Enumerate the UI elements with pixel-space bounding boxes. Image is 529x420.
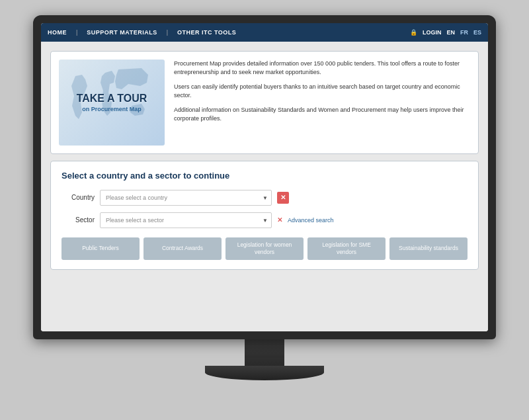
nav-bar: HOME | SUPPORT MATERIALS | OTHER ITC TOO… <box>41 23 488 42</box>
info-p3: Additional information on Sustainability… <box>174 106 470 124</box>
top-card: TAKE A TOUR on Procurement Map Procureme… <box>50 51 479 154</box>
nav-right: 🔒 LOGIN EN FR ES <box>410 29 481 36</box>
country-select[interactable]: Please select a country <box>100 190 272 206</box>
country-row: Country Please select a country ▼ ✕ <box>61 190 468 206</box>
tour-text-sub: on Procurement Map <box>82 106 142 112</box>
nav-left: HOME | SUPPORT MATERIALS | OTHER ITC TOO… <box>48 29 236 36</box>
top-card-text: Procurement Map provides detailed inform… <box>174 60 470 146</box>
bottom-card: Select a country and a sector to continu… <box>50 161 479 270</box>
sector-select[interactable]: Please select a sector <box>100 212 272 228</box>
monitor-stand-neck <box>245 339 284 366</box>
legislation-sme-button[interactable]: Legislation for SME vendors <box>307 237 386 260</box>
tour-text-main: TAKE A TOUR <box>77 92 147 105</box>
nav-support-materials[interactable]: SUPPORT MATERIALS <box>87 29 157 36</box>
country-label: Country <box>61 194 95 201</box>
monitor-bezel: HOME | SUPPORT MATERIALS | OTHER ITC TOO… <box>33 15 496 339</box>
country-select-wrapper: Please select a country ▼ <box>100 190 272 206</box>
section-title: Select a country and a sector to continu… <box>61 171 468 181</box>
nav-lang-es[interactable]: ES <box>473 29 481 36</box>
nav-home[interactable]: HOME <box>48 29 67 36</box>
sector-row: Sector Please select a sector ▼ ✕ Advanc… <box>61 212 468 228</box>
info-p2: Users can easily identify potential buye… <box>174 83 470 101</box>
tour-banner: TAKE A TOUR on Procurement Map <box>59 60 165 146</box>
sector-select-wrapper: Please select a sector ▼ <box>100 212 272 228</box>
nav-lang-en[interactable]: EN <box>446 29 455 36</box>
country-clear-button[interactable]: ✕ <box>277 192 289 204</box>
nav-other-itc-tools[interactable]: OTHER ITC TOOLS <box>177 29 236 36</box>
screen-content: TAKE A TOUR on Procurement Map Procureme… <box>41 42 488 331</box>
legislation-women-button[interactable]: Legislation for women vendors <box>225 237 304 260</box>
nav-lang-fr[interactable]: FR <box>460 29 468 36</box>
public-tenders-button[interactable]: Public Tenders <box>61 237 140 260</box>
contract-awards-button[interactable]: Contract Awards <box>143 237 222 260</box>
nav-sep-2: | <box>167 29 168 36</box>
sector-clear-icon: ✕ <box>277 216 282 224</box>
monitor-screen: HOME | SUPPORT MATERIALS | OTHER ITC TOO… <box>41 23 488 331</box>
monitor: HOME | SUPPORT MATERIALS | OTHER ITC TOO… <box>26 15 503 405</box>
lock-icon: 🔒 <box>410 29 417 36</box>
nav-login[interactable]: LOGIN <box>423 29 442 36</box>
sector-label: Sector <box>61 216 95 224</box>
sustainability-button[interactable]: Sustainability standards <box>389 237 468 260</box>
nav-sep-1: | <box>76 29 77 36</box>
advanced-search-link[interactable]: Advanced search <box>288 217 334 224</box>
monitor-stand-base <box>205 366 324 380</box>
action-buttons: Public Tenders Contract Awards Legislati… <box>61 237 468 260</box>
info-p1: Procurement Map provides detailed inform… <box>174 60 470 77</box>
